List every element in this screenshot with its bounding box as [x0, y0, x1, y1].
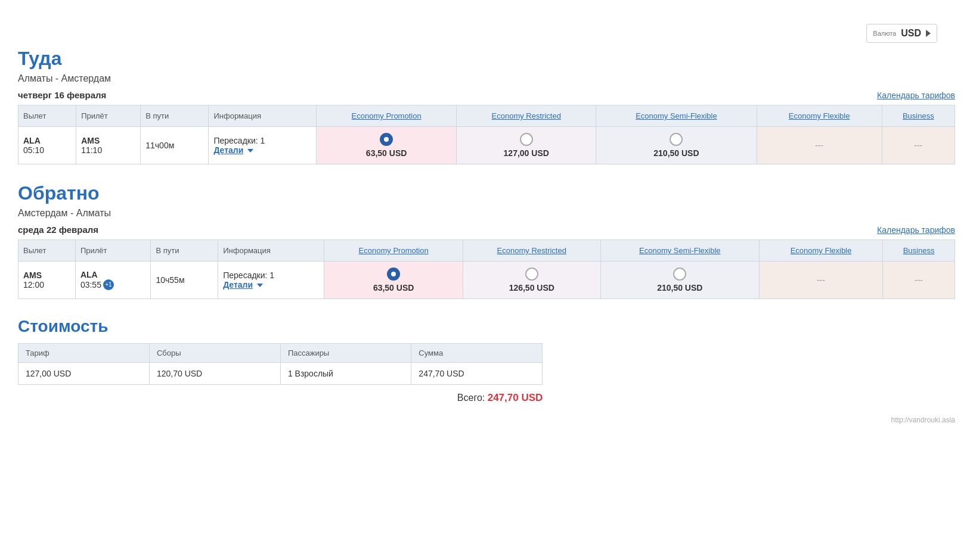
inbound-col-info: Информация	[218, 240, 324, 262]
inbound-transfers: Пересадки: 1	[223, 270, 319, 280]
outbound-radio-col2[interactable]	[520, 133, 533, 146]
inbound-duration: 10ч55м	[151, 262, 218, 299]
cost-row: 127,00 USD 120,70 USD 1 Взрослый 247,70 …	[18, 363, 543, 385]
outbound-transfers: Пересадки: 1	[213, 136, 311, 145]
inbound-price-col3-value: 210,50 USD	[606, 283, 754, 293]
currency-chevron-icon	[926, 30, 931, 37]
inbound-col-departure: Вылет	[18, 240, 76, 262]
outbound-col2-header[interactable]: Economy Restricted	[457, 105, 596, 127]
inbound-col4-header[interactable]: Economy Flexible	[759, 240, 882, 262]
outbound-route: Алматы - Амстердам	[18, 73, 955, 84]
outbound-col5-header[interactable]: Business	[882, 105, 955, 127]
cost-table: Тариф Сборы Пассажиры Сумма 127,00 USD 1…	[18, 343, 543, 385]
outbound-title: Туда	[18, 48, 955, 70]
total-amount: 247,70 USD	[488, 392, 543, 403]
outbound-details-link[interactable]: Детали	[213, 145, 243, 155]
cost-tariff-value: 127,00 USD	[18, 363, 150, 385]
outbound-col-arrival: Прилёт	[76, 105, 141, 127]
inbound-flight-info: Пересадки: 1 Детали	[218, 262, 324, 299]
cost-passengers-value: 1 Взрослый	[280, 363, 411, 385]
outbound-price-col5[interactable]: ---	[882, 127, 955, 164]
inbound-arr-code: ALA	[80, 270, 146, 279]
outbound-dep-time: 05:10	[23, 145, 71, 155]
outbound-date: четверг 16 февраля	[18, 90, 106, 100]
outbound-arrival: AMS 11:10	[76, 127, 141, 164]
inbound-price-col1-value: 63,50 USD	[329, 283, 457, 293]
cost-total-value: 247,70 USD	[411, 363, 543, 385]
inbound-details-chevron-icon	[257, 284, 263, 287]
cost-fees-value: 120,70 USD	[149, 363, 280, 385]
outbound-price-col2[interactable]: 127,00 USD	[457, 127, 596, 164]
cost-title: Стоимость	[18, 317, 955, 336]
cost-col-passengers: Пассажиры	[280, 344, 411, 363]
outbound-radio-col3[interactable]	[670, 133, 683, 146]
currency-label: Валюта	[873, 30, 896, 37]
outbound-table: Вылет Прилёт В пути Информация Economy P…	[18, 105, 955, 164]
outbound-details-chevron-icon	[247, 149, 253, 153]
inbound-col1-header[interactable]: Economy Promotion	[324, 240, 463, 262]
cost-col-tariff: Тариф	[18, 344, 150, 363]
currency-selector[interactable]: Валюта USD	[866, 24, 937, 43]
cost-col-total: Сумма	[411, 344, 543, 363]
inbound-price-col5-value: ---	[915, 275, 923, 285]
inbound-title: Обратно	[18, 182, 955, 204]
outbound-arr-code: AMS	[81, 136, 135, 145]
inbound-table: Вылет Прилёт В пути Информация Economy P…	[18, 239, 955, 299]
outbound-flight-info: Пересадки: 1 Детали	[209, 127, 317, 164]
outbound-calendar-link[interactable]: Календарь тарифов	[877, 91, 955, 100]
total-row: Всего: 247,70 USD	[18, 392, 543, 404]
outbound-col-info: Информация	[209, 105, 317, 127]
inbound-price-col4[interactable]: ---	[759, 262, 882, 299]
outbound-price-col1[interactable]: 63,50 USD	[316, 127, 456, 164]
inbound-price-col2[interactable]: 126,50 USD	[463, 262, 600, 299]
outbound-duration: 11ч00м	[141, 127, 209, 164]
outbound-price-col2-value: 127,00 USD	[461, 148, 591, 158]
inbound-price-col5[interactable]: ---	[883, 262, 955, 299]
inbound-date: среда 22 февраля	[18, 225, 98, 235]
outbound-price-col1-value: 63,50 USD	[321, 148, 451, 158]
inbound-route: Амстердам - Алматы	[18, 208, 955, 219]
outbound-price-col3-value: 210,50 USD	[601, 148, 751, 158]
outbound-col4-header[interactable]: Economy Flexible	[757, 105, 882, 127]
inbound-price-col4-value: ---	[817, 275, 825, 285]
outbound-radio-col1[interactable]	[380, 133, 393, 146]
inbound-dep-code: AMS	[23, 270, 70, 280]
inbound-arr-time: 03:55	[80, 280, 101, 290]
currency-value: USD	[901, 28, 921, 39]
inbound-details-link[interactable]: Детали	[223, 280, 253, 290]
total-label: Всего:	[457, 393, 485, 403]
outbound-departure: ALA 05:10	[18, 127, 76, 164]
inbound-col2-header[interactable]: Economy Restricted	[463, 240, 600, 262]
outbound-price-col4-value: ---	[815, 141, 823, 150]
outbound-col3-header[interactable]: Economy Semi-Flexible	[596, 105, 757, 127]
outbound-price-col3[interactable]: 210,50 USD	[596, 127, 757, 164]
inbound-radio-col3[interactable]	[673, 267, 686, 281]
outbound-flight-row: ALA 05:10 AMS 11:10 11ч00м Пересадки: 1 …	[18, 127, 955, 164]
inbound-dep-time: 12:00	[23, 280, 70, 290]
inbound-departure: AMS 12:00	[18, 262, 76, 299]
inbound-price-col1[interactable]: 63,50 USD	[324, 262, 463, 299]
inbound-price-col2-value: 126,50 USD	[468, 283, 596, 293]
inbound-col5-header[interactable]: Business	[883, 240, 955, 262]
outbound-price-col5-value: ---	[914, 141, 922, 150]
inbound-arrival: ALA 03:55 +1	[75, 262, 151, 299]
outbound-col-duration: В пути	[141, 105, 209, 127]
footer-link: http://vandrouki.asia	[18, 416, 955, 424]
inbound-col-duration: В пути	[151, 240, 218, 262]
inbound-radio-col1[interactable]	[387, 267, 400, 281]
inbound-radio-col2[interactable]	[525, 267, 538, 281]
outbound-col1-header[interactable]: Economy Promotion	[316, 105, 456, 127]
next-day-badge: +1	[103, 279, 114, 290]
cost-col-fees: Сборы	[149, 344, 280, 363]
outbound-price-col4[interactable]: ---	[757, 127, 882, 164]
outbound-dep-code: ALA	[23, 136, 71, 145]
outbound-col-departure: Вылет	[18, 105, 76, 127]
inbound-col-arrival: Прилёт	[75, 240, 151, 262]
inbound-col3-header[interactable]: Economy Semi-Flexible	[600, 240, 759, 262]
cost-section: Стоимость Тариф Сборы Пассажиры Сумма 12…	[18, 317, 955, 404]
outbound-arr-time: 11:10	[81, 145, 135, 155]
inbound-calendar-link[interactable]: Календарь тарифов	[877, 225, 955, 235]
inbound-flight-row: AMS 12:00 ALA 03:55 +1 10ч55м Пересадки:…	[18, 262, 955, 299]
inbound-price-col3[interactable]: 210,50 USD	[600, 262, 759, 299]
